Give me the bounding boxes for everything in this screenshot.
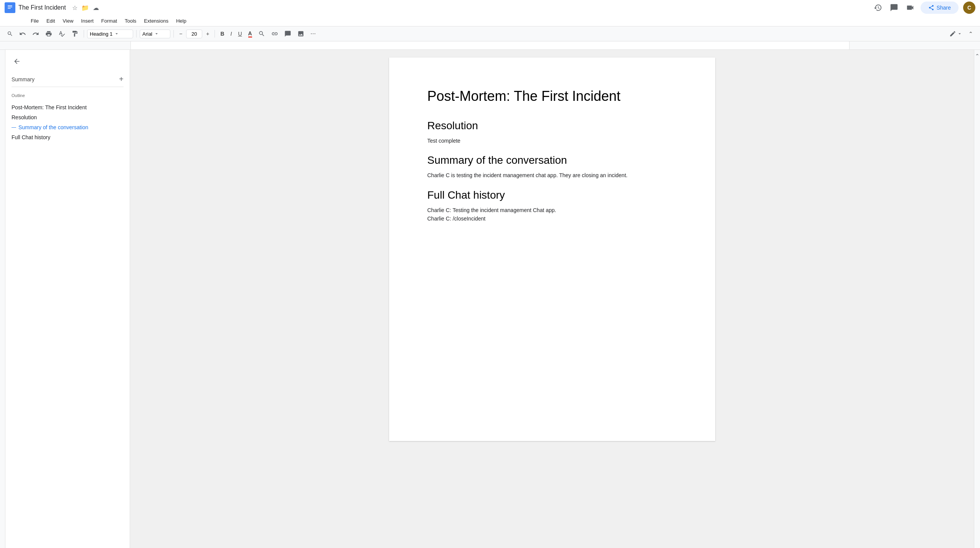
section-body-0: Test complete xyxy=(427,137,685,145)
sidebar-summary-section: Summary + xyxy=(12,75,124,84)
document-page: Post-Mortem: The First Incident Resoluti… xyxy=(389,58,715,441)
italic-button[interactable]: I xyxy=(228,29,234,38)
style-selector[interactable]: Heading 1 xyxy=(87,30,133,38)
highlight-button[interactable] xyxy=(256,29,267,39)
comments-button[interactable] xyxy=(888,2,900,13)
sidebar-summary-title: Summary xyxy=(12,76,35,82)
menu-help[interactable]: Help xyxy=(173,17,190,25)
collapse-toolbar-button[interactable]: ⌃ xyxy=(966,29,975,38)
paint-format-button[interactable] xyxy=(69,29,81,39)
menu-edit[interactable]: Edit xyxy=(43,17,58,25)
section-heading-1: Summary of the conversation xyxy=(427,154,685,166)
menu-format[interactable]: Format xyxy=(98,17,120,25)
ruler-inner xyxy=(130,41,850,49)
svg-rect-3 xyxy=(8,8,11,9)
section-body-1: Charlie C is testing the incident manage… xyxy=(427,171,685,179)
chat-line-1: Charlie C: /closeIncident xyxy=(427,214,685,223)
image-button[interactable] xyxy=(295,29,307,39)
right-sidebar: ⌃ xyxy=(974,50,980,548)
google-docs-icon xyxy=(5,2,15,13)
document-area[interactable]: Post-Mortem: The First Incident Resoluti… xyxy=(130,50,974,548)
font-color-button[interactable]: A xyxy=(246,29,254,39)
title-action-icons: ☆ 📁 ☁ xyxy=(72,4,99,12)
toolbar-divider-1 xyxy=(84,30,84,38)
share-label: Share xyxy=(937,5,951,11)
print-button[interactable] xyxy=(43,29,54,39)
meet-button[interactable] xyxy=(904,2,916,13)
title-bar: The First Incident ☆ 📁 ☁ Share C xyxy=(0,0,980,15)
decrease-font-button[interactable]: − xyxy=(177,29,185,38)
section-heading-2: Full Chat history xyxy=(427,189,685,201)
increase-font-button[interactable]: + xyxy=(204,29,211,38)
bold-button[interactable]: B xyxy=(218,29,226,38)
sidebar: Summary + Outline Post-Mortem: The First… xyxy=(5,50,130,548)
comment-button[interactable] xyxy=(282,29,294,39)
header-right: Share C xyxy=(872,2,975,14)
underline-button[interactable]: U xyxy=(236,29,244,38)
outline-item-2[interactable]: Summary of the conversation xyxy=(12,122,124,132)
menu-bar: File Edit View Insert Format Tools Exten… xyxy=(0,15,980,26)
menu-file[interactable]: File xyxy=(28,17,42,25)
outline-label: Outline xyxy=(12,93,124,98)
outline-item-3[interactable]: Full Chat history xyxy=(12,132,124,142)
font-label: Arial xyxy=(142,31,152,37)
sidebar-add-button[interactable]: + xyxy=(119,75,124,84)
svg-rect-2 xyxy=(8,7,12,8)
more-button[interactable]: ⋯ xyxy=(308,29,318,38)
document-title: Post-Mortem: The First Incident xyxy=(427,88,685,104)
ruler xyxy=(0,41,980,50)
star-button[interactable]: ☆ xyxy=(72,4,78,12)
toolbar: Heading 1 Arial − 20 + B I U A ⋯ ⌃ xyxy=(0,26,980,41)
menu-extensions[interactable]: Extensions xyxy=(141,17,172,25)
font-selector[interactable]: Arial xyxy=(140,30,170,38)
cloud-button[interactable]: ☁ xyxy=(93,4,99,12)
menu-tools[interactable]: Tools xyxy=(122,17,139,25)
toolbar-divider-3 xyxy=(173,30,174,38)
search-button[interactable] xyxy=(5,29,15,38)
user-avatar[interactable]: C xyxy=(963,2,975,14)
vertical-ruler xyxy=(0,50,5,548)
menu-insert[interactable]: Insert xyxy=(78,17,97,25)
section-heading-0: Resolution xyxy=(427,120,685,132)
folder-button[interactable]: 📁 xyxy=(81,4,89,12)
history-button[interactable] xyxy=(872,2,884,13)
toolbar-divider-2 xyxy=(136,30,137,38)
menu-view[interactable]: View xyxy=(59,17,76,25)
right-sidebar-toggle[interactable]: ⌃ xyxy=(975,53,980,59)
font-size-input[interactable]: 20 xyxy=(186,30,202,38)
svg-rect-1 xyxy=(8,5,12,6)
undo-button[interactable] xyxy=(17,29,28,39)
style-label: Heading 1 xyxy=(90,31,112,37)
share-button[interactable]: Share xyxy=(921,2,959,14)
sidebar-back-button[interactable] xyxy=(12,56,22,69)
section-chat-lines: Charlie C: Testing the incident manageme… xyxy=(427,206,685,223)
chat-line-0: Charlie C: Testing the incident manageme… xyxy=(427,206,685,214)
outline-item-1[interactable]: Resolution xyxy=(12,112,124,122)
svg-rect-0 xyxy=(7,3,13,12)
document-title: The First Incident xyxy=(18,4,66,11)
outline-item-0[interactable]: Post-Mortem: The First Incident xyxy=(12,102,124,112)
toolbar-divider-4 xyxy=(214,30,215,38)
redo-button[interactable] xyxy=(30,29,41,39)
main-layout: Summary + Outline Post-Mortem: The First… xyxy=(0,50,980,548)
link-button[interactable] xyxy=(269,29,280,39)
edit-mode-button[interactable] xyxy=(947,29,965,39)
font-color-icon: A xyxy=(248,30,252,38)
sidebar-divider xyxy=(12,87,124,87)
spellcheck-button[interactable] xyxy=(56,29,68,39)
